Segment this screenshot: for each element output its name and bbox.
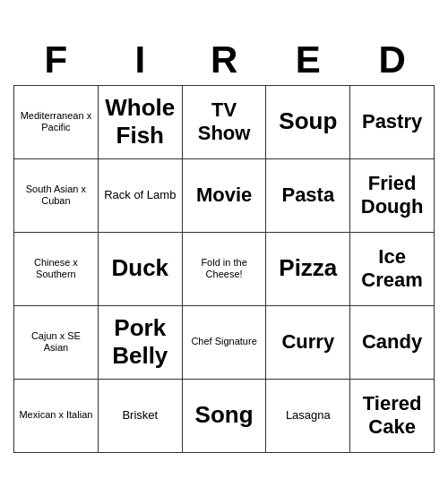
cell-3-2: Chef Signature [182, 305, 266, 379]
cell-text-0-0: Mediterranean x Pacific [18, 110, 94, 133]
cell-2-0: Chinese x Southern [14, 232, 99, 305]
cell-text-0-1: Whole Fish [102, 94, 178, 150]
bingo-card: FIRED Mediterranean x PacificWhole FishT… [13, 35, 435, 453]
cell-text-4-4: Tiered Cake [354, 392, 430, 440]
cell-1-0: South Asian x Cuban [14, 158, 99, 232]
cell-2-3: Pizza [266, 232, 350, 305]
cell-text-0-3: Soup [270, 107, 346, 135]
cell-text-2-2: Fold in the Cheese! [186, 257, 263, 280]
cell-3-3: Curry [266, 305, 350, 379]
header-letter-r: R [182, 35, 266, 86]
cell-text-2-0: Chinese x Southern [18, 257, 94, 280]
cell-4-2: Song [182, 379, 266, 452]
cell-text-0-4: Pastry [354, 110, 430, 133]
cell-text-2-3: Pizza [270, 254, 346, 282]
cell-0-2: TV Show [182, 85, 266, 158]
cell-1-4: Fried Dough [350, 158, 435, 232]
cell-text-4-1: Brisket [102, 408, 178, 423]
header-letter-f: F [14, 35, 99, 86]
cell-0-1: Whole Fish [98, 85, 182, 158]
grid-row-2: Chinese x SouthernDuckFold in the Cheese… [14, 232, 435, 305]
cell-text-3-0: Cajun x SE Asian [18, 330, 94, 354]
grid-row-4: Mexican x ItalianBrisketSongLasagnaTiere… [14, 379, 435, 452]
cell-text-0-2: TV Show [186, 98, 263, 146]
cell-0-3: Soup [266, 85, 350, 158]
cell-4-1: Brisket [98, 379, 182, 452]
header-row: FIRED [14, 35, 435, 86]
cell-2-1: Duck [98, 232, 182, 305]
cell-text-1-2: Movie [186, 184, 263, 207]
cell-text-1-0: South Asian x Cuban [18, 184, 94, 207]
cell-text-3-3: Curry [270, 330, 346, 354]
cell-text-1-4: Fried Dough [354, 172, 430, 219]
cell-text-4-0: Mexican x Italian [18, 409, 94, 421]
cell-2-2: Fold in the Cheese! [182, 232, 266, 305]
cell-text-4-2: Song [186, 401, 263, 429]
cell-1-3: Pasta [266, 158, 350, 232]
cell-text-3-2: Chef Signature [186, 336, 263, 347]
cell-0-4: Pastry [350, 85, 435, 158]
cell-text-1-1: Rack of Lamb [102, 188, 178, 202]
header-letter-i: I [98, 35, 182, 86]
cell-3-4: Candy [350, 305, 435, 379]
cell-1-2: Movie [182, 158, 266, 232]
cell-1-1: Rack of Lamb [98, 158, 182, 232]
cell-text-3-1: Pork Belly [102, 314, 178, 370]
cell-2-4: Ice Cream [350, 232, 435, 305]
cell-4-0: Mexican x Italian [14, 379, 99, 452]
header-letter-e: E [266, 35, 350, 86]
cell-text-2-4: Ice Cream [354, 245, 430, 293]
cell-text-1-3: Pasta [270, 184, 346, 207]
cell-text-2-1: Duck [102, 254, 178, 282]
cell-4-4: Tiered Cake [350, 379, 435, 452]
cell-0-0: Mediterranean x Pacific [14, 85, 99, 158]
header-letter-d: D [350, 35, 435, 86]
cell-3-1: Pork Belly [98, 305, 182, 379]
grid-row-1: South Asian x CubanRack of LambMoviePast… [14, 158, 435, 232]
cell-3-0: Cajun x SE Asian [14, 305, 99, 379]
cell-4-3: Lasagna [266, 379, 350, 452]
grid-row-0: Mediterranean x PacificWhole FishTV Show… [14, 85, 435, 158]
cell-text-4-3: Lasagna [270, 408, 346, 423]
cell-text-3-4: Candy [354, 330, 430, 354]
grid-row-3: Cajun x SE AsianPork BellyChef Signature… [14, 305, 435, 379]
